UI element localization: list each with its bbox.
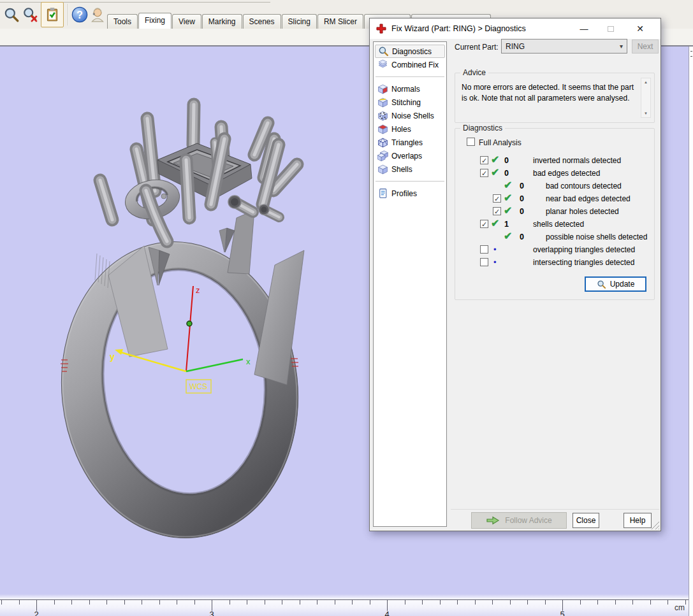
minimize-button[interactable]: —	[573, 21, 595, 36]
application-window: z y x WCS 2345 cm	[0, 0, 693, 616]
sidebar-item-label: Noise Shells	[391, 111, 434, 120]
scroll-down-icon[interactable]: ▼	[641, 110, 650, 117]
ruler-minor-tick	[580, 600, 581, 605]
scroll-up-icon[interactable]: ▲	[641, 79, 650, 85]
count: 0	[504, 169, 509, 178]
ruler-minor-tick	[230, 600, 230, 605]
ruler-minor-tick	[335, 600, 335, 605]
profiles-icon	[377, 188, 388, 199]
close-window-button[interactable]: ✕	[629, 21, 652, 36]
tab-tools[interactable]: Tools	[107, 14, 138, 29]
dialog-titlebar[interactable]: Fix Wizard (Part: RING) > Diagnostics — …	[370, 18, 660, 39]
sidebar-item-diagnostics[interactable]: Diagnostics	[375, 45, 445, 58]
diagnostics-group-label: Diagnostics	[460, 124, 505, 133]
sidebar-item-overlaps[interactable]: Overlaps	[374, 149, 446, 162]
sidebar-item-label: Stitching	[391, 98, 421, 107]
maximize-button[interactable]	[599, 21, 622, 36]
sidebar-item-triangles[interactable]: Triangles	[374, 136, 446, 149]
normals-cube-icon	[377, 83, 388, 94]
row-checkbox[interactable]	[480, 258, 488, 266]
sidebar-item-label: Shells	[391, 165, 412, 174]
help-icon: ?	[71, 6, 89, 24]
stitching-cube-icon	[377, 97, 388, 108]
tab-rm-slicer[interactable]: RM Slicer	[317, 14, 363, 29]
follow-advice-button[interactable]: Follow Advice	[471, 512, 567, 529]
sidebar-item-stitching[interactable]: Stitching	[374, 96, 446, 109]
noise-shells-cube-icon	[377, 110, 388, 121]
row-checkbox[interactable]	[480, 156, 488, 164]
ruler-minor-tick	[650, 600, 651, 605]
ruler-minor-tick	[492, 600, 493, 605]
ruler-minor-tick	[194, 600, 195, 605]
ruler-minor-tick	[545, 600, 546, 605]
help-button[interactable]: ?	[70, 4, 89, 25]
maximize-icon	[608, 26, 614, 32]
row-label: bad edges detected	[533, 169, 600, 178]
tab-view[interactable]: View	[172, 14, 201, 29]
nav-separator	[376, 181, 444, 182]
assistant-button[interactable]	[88, 4, 107, 25]
zoom-button[interactable]	[2, 4, 21, 25]
tab-scenes[interactable]: Scenes	[243, 14, 281, 29]
row-checkbox[interactable]	[493, 194, 501, 203]
next-button[interactable]: Next	[632, 39, 659, 54]
sidebar-item-profiles[interactable]: Profiles	[374, 187, 446, 200]
sidebar-item-holes[interactable]: Holes	[374, 122, 446, 136]
row-label: possible noise shells detected	[546, 233, 647, 241]
diagnostic-row: • overlapping triangles detected	[455, 243, 654, 256]
sidebar-item-shells[interactable]: Shells	[374, 162, 446, 176]
row-label: planar holes detected	[546, 207, 619, 216]
current-part-select[interactable]: RING ▾	[501, 39, 627, 54]
vertical-ruler	[689, 47, 693, 616]
advice-group: Advice No more errors are detected. It s…	[455, 73, 655, 123]
diagnostic-row: ✔ 0 near bad edges detected	[455, 192, 654, 205]
svg-text:?: ?	[77, 9, 83, 20]
update-button-label: Update	[610, 280, 635, 289]
update-button[interactable]: Update	[585, 276, 646, 292]
help-dialog-button[interactable]: Help	[624, 513, 652, 528]
status-ok-icon: ✔	[504, 230, 512, 242]
row-checkbox[interactable]	[480, 169, 488, 177]
y-axis	[119, 352, 186, 371]
ruler-minor-tick	[71, 600, 72, 605]
tab-slicing[interactable]: Slicing	[282, 14, 317, 29]
follow-advice-label: Follow Advice	[505, 516, 551, 525]
status-ok-icon: ✔	[504, 179, 512, 191]
ruler-minor-tick	[317, 600, 317, 605]
tab-fixing[interactable]: Fixing	[138, 13, 171, 29]
close-button[interactable]: Close	[573, 513, 599, 528]
full-analysis-label: Full Analysis	[479, 138, 522, 147]
checklist-toggle[interactable]	[41, 2, 64, 27]
checklist-icon	[44, 6, 61, 23]
row-checkbox[interactable]	[480, 245, 488, 254]
sidebar-item-label: Overlaps	[391, 152, 422, 161]
row-checkbox[interactable]	[493, 207, 501, 215]
ruler-minor-tick	[405, 600, 405, 605]
count: 0	[504, 156, 509, 165]
resize-grip[interactable]	[650, 520, 659, 529]
full-analysis-checkbox[interactable]	[467, 138, 475, 146]
diagnostic-row: ✔ 0 bad contours detected	[455, 180, 654, 192]
row-checkbox[interactable]	[480, 220, 488, 228]
ruler-label: 5	[560, 610, 564, 616]
ruler-minor-tick	[457, 600, 458, 605]
combined-fix-icon	[377, 59, 388, 70]
y-axis-arrowhead	[115, 349, 123, 355]
ruler-minor-tick	[632, 600, 633, 605]
status-ok-icon: ✔	[504, 192, 512, 204]
sidebar-item-noise-shells[interactable]: Noise Shells	[374, 109, 446, 122]
zoom-remove-button[interactable]	[21, 4, 40, 25]
sidebar-item-normals[interactable]: Normals	[374, 82, 446, 96]
count: 0	[520, 207, 524, 216]
ring-band[interactable]	[47, 210, 313, 550]
horizontal-ruler: 2345 cm	[0, 594, 693, 616]
ruler-minor-tick	[685, 600, 686, 605]
prong[interactable]	[193, 104, 194, 145]
diagnostic-row: • intersecting triangles detected	[455, 256, 654, 269]
sidebar-item-combined-fix[interactable]: Combined Fix	[374, 58, 446, 71]
ruler-unit: cm	[675, 603, 685, 612]
advice-scrollbar[interactable]: ▲ ▼	[641, 78, 651, 118]
count: 1	[504, 220, 509, 229]
tab-marking[interactable]: Marking	[202, 14, 242, 29]
overlaps-cube-icon	[377, 150, 388, 161]
